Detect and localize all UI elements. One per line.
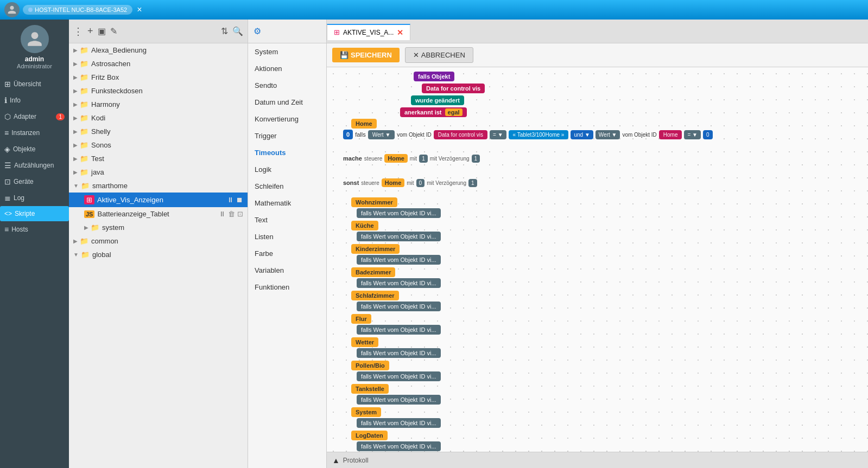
sidebar-item-instanzen[interactable]: ≡ Instanzen bbox=[0, 125, 69, 141]
block-falls-tank[interactable]: falls Wert vom Objekt ID vi... bbox=[357, 395, 441, 405]
tab-aktive[interactable]: ⊞ AKTIVE_VIS_A... ✕ bbox=[327, 24, 410, 40]
file-tree-panel: ⋮ + ▣ ✎ ⇅ 🔍 ▶ 📁 Alexa_Bedienung ▶ 📁 Astr… bbox=[69, 20, 248, 468]
block-schlafzimmer[interactable]: Schlafzimmer bbox=[351, 291, 399, 300]
close-icon[interactable]: × bbox=[137, 5, 142, 15]
block-system[interactable]: System bbox=[351, 407, 381, 417]
block-wohnzimmer[interactable]: Wohnzimmer bbox=[351, 197, 397, 207]
menu-item-variablen[interactable]: Variablen bbox=[248, 262, 326, 279]
menu-item-trigger[interactable]: Trigger bbox=[248, 127, 326, 144]
search-icon[interactable]: 🔍 bbox=[232, 26, 243, 36]
block-falls-pollen[interactable]: falls Wert vom Objekt ID vi... bbox=[357, 371, 441, 381]
tree-item-global[interactable]: ▼ 📁 global bbox=[69, 248, 248, 261]
menu-item-text[interactable]: Text bbox=[248, 211, 326, 228]
menu-item-sendto[interactable]: Sendto bbox=[248, 77, 326, 94]
status-bar[interactable]: ▲ Protokoll bbox=[327, 452, 868, 468]
blockly-canvas[interactable]: falls Objekt Data for control vis wurde … bbox=[327, 67, 868, 452]
tree-item-aktive[interactable]: ⊞ Aktive_Vis_Anzeigen ⏸ ⏹ bbox=[69, 193, 248, 207]
block-falls-wetter[interactable]: falls Wert vom Objekt ID vi... bbox=[357, 348, 441, 358]
menu-item-datum[interactable]: Datum und Zeit bbox=[248, 94, 326, 111]
stop-icon[interactable]: ⏹ bbox=[236, 196, 243, 204]
sidebar-item-aufzahlungen[interactable]: ☰ Aufzählungen bbox=[0, 157, 69, 174]
pause-icon[interactable]: ⏸ bbox=[227, 196, 234, 204]
block-kinderzimmer[interactable]: Kinderzimmer bbox=[351, 244, 400, 254]
tree-label: system bbox=[102, 223, 124, 232]
action-bar: 💾 SPEICHERN ✕ ABBRECHEN bbox=[327, 43, 868, 67]
arrow-icon: ▶ bbox=[73, 101, 78, 107]
tree-item-kodi[interactable]: ▶ 📁 Kodi bbox=[69, 111, 248, 125]
tree-item-funk[interactable]: ▶ 📁 Funksteckdosen bbox=[69, 84, 248, 98]
block-falls-log[interactable]: falls Wert vom Objekt ID vi... bbox=[357, 441, 441, 451]
menu-item-mathematik[interactable]: Mathematik bbox=[248, 195, 326, 211]
add-icon[interactable]: + bbox=[87, 25, 93, 37]
tree-item-common[interactable]: ▶ 📁 common bbox=[69, 234, 248, 248]
tree-label: Shelly bbox=[91, 127, 110, 136]
menu-item-logik[interactable]: Logik bbox=[248, 161, 326, 178]
cancel-button[interactable]: ✕ ABBRECHEN bbox=[405, 47, 473, 63]
tree-label: Fritz Box bbox=[91, 73, 119, 81]
tree-item-shelly[interactable]: ▶ 📁 Shelly bbox=[69, 125, 248, 138]
block-falls-flur[interactable]: falls Wert vom Objekt ID vi... bbox=[357, 325, 441, 335]
menu-item-farbe[interactable]: Farbe bbox=[248, 245, 326, 262]
block-falls-objekt[interactable]: falls Objekt bbox=[414, 72, 454, 81]
block-falls-sys[interactable]: falls Wert vom Objekt ID vi... bbox=[357, 418, 441, 428]
block-wetter[interactable]: Wetter bbox=[351, 337, 378, 347]
block-falls-kinderzimmer[interactable]: falls Wert vom Objekt ID vi... bbox=[357, 255, 441, 265]
expand-icon[interactable]: ⊡ bbox=[237, 210, 243, 218]
sidebar-item-log[interactable]: ≣ Log bbox=[0, 190, 69, 206]
tree-label: Sonos bbox=[91, 141, 111, 149]
block-kuche[interactable]: Küche bbox=[351, 221, 378, 230]
sidebar-item-info[interactable]: ℹ Info bbox=[0, 92, 69, 108]
sidebar-item-skripte[interactable]: <> Skripte bbox=[0, 206, 69, 221]
tree-item-harmony[interactable]: ▶ 📁 Harmony bbox=[69, 98, 248, 111]
sidebar-item-hosts[interactable]: ≡ Hosts bbox=[0, 221, 69, 238]
folder-icon: 📁 bbox=[80, 87, 88, 95]
sidebar-item-adapter[interactable]: ⬡ Adapter 1 bbox=[0, 108, 69, 125]
menu-dots-icon[interactable]: ⋮ bbox=[73, 25, 83, 37]
menu-item-listen[interactable]: Listen bbox=[248, 228, 326, 245]
arrow-icon: ▶ bbox=[73, 129, 78, 134]
sidebar-item-objekte[interactable]: ◈ Objekte bbox=[0, 141, 69, 157]
menu-item-system[interactable]: System bbox=[248, 43, 326, 60]
tree-label: java bbox=[91, 168, 104, 176]
folder-add-icon[interactable]: ▣ bbox=[98, 26, 106, 36]
block-wurde-geandert[interactable]: wurde geändert bbox=[411, 95, 464, 105]
tree-item-java[interactable]: ▶ 📁 java bbox=[69, 165, 248, 179]
menu-item-konvertierung[interactable]: Konvertierung bbox=[248, 111, 326, 127]
tree-item-fritz[interactable]: ▶ 📁 Fritz Box bbox=[69, 70, 248, 84]
block-falls-kuche[interactable]: falls Wert vom Objekt ID vi... bbox=[357, 232, 441, 241]
block-data-control[interactable]: Data for control vis bbox=[422, 84, 485, 93]
block-tankstelle[interactable]: Tankstelle bbox=[351, 384, 389, 394]
tree-item-test[interactable]: ▶ 📁 Test bbox=[69, 152, 248, 165]
menu-item-aktionen[interactable]: Aktionen bbox=[248, 60, 326, 77]
block-falls-bad[interactable]: falls Wert vom Objekt ID vi... bbox=[357, 278, 441, 288]
block-badezimmer[interactable]: Badezimmer bbox=[351, 267, 395, 277]
block-pollen[interactable]: Pollen/Bio bbox=[351, 361, 389, 370]
block-falls-schlaf[interactable]: falls Wert vom Objekt ID vi... bbox=[357, 302, 441, 311]
tree-item-astro[interactable]: ▶ 📁 Astrosachen bbox=[69, 57, 248, 70]
settings-icon: ⚙ bbox=[254, 26, 261, 36]
sidebar-item-gerate[interactable]: ⊡ Geräte bbox=[0, 174, 69, 190]
folder-icon: 📁 bbox=[81, 251, 90, 259]
tree-item-system[interactable]: ▶ 📁 system bbox=[69, 221, 248, 234]
tree-item-sonos[interactable]: ▶ 📁 Sonos bbox=[69, 138, 248, 152]
block-flur[interactable]: Flur bbox=[351, 314, 371, 324]
arrow-icon: ▶ bbox=[73, 142, 78, 148]
pause-icon[interactable]: ⏸ bbox=[219, 210, 226, 218]
tree-item-smarthome[interactable]: ▼ 📁 smarthome bbox=[69, 179, 248, 193]
edit-icon[interactable]: ✎ bbox=[110, 26, 117, 36]
avatar bbox=[21, 25, 49, 53]
menu-item-schleifen[interactable]: Schleifen bbox=[248, 178, 326, 195]
tree-item-batterie[interactable]: JS Batterieanzeige_Tablet ⏸ 🗑 ⊡ bbox=[69, 207, 248, 221]
menu-item-funktionen[interactable]: Funktionen bbox=[248, 279, 326, 296]
tree-item-alexa[interactable]: ▶ 📁 Alexa_Bedienung bbox=[69, 43, 248, 57]
save-button[interactable]: 💾 SPEICHERN bbox=[332, 48, 400, 62]
menu-item-timeouts[interactable]: Timeouts bbox=[248, 144, 326, 161]
tab-close-icon[interactable]: ✕ bbox=[397, 28, 403, 37]
delete-icon[interactable]: 🗑 bbox=[228, 210, 235, 218]
sidebar-item-ubersicht[interactable]: ⊞ Übersicht bbox=[0, 76, 69, 92]
block-anerkannt[interactable]: anerkannt ist egal bbox=[400, 107, 467, 117]
block-falls-wohnzimmer[interactable]: falls Wert vom Objekt ID vi... bbox=[357, 208, 441, 218]
sort-icon[interactable]: ⇅ bbox=[221, 26, 228, 36]
block-home[interactable]: Home bbox=[351, 119, 377, 129]
block-logdaten[interactable]: LogDaten bbox=[351, 431, 388, 440]
